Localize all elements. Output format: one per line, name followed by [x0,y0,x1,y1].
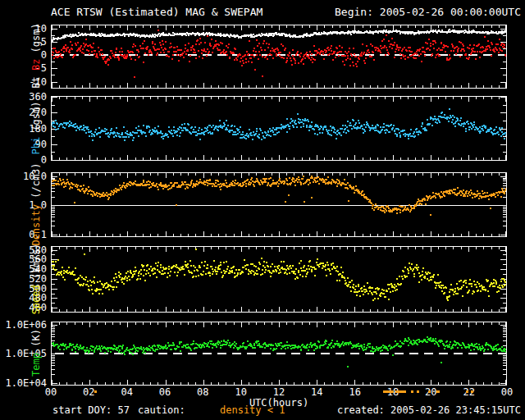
y-axis-title-part: (/cm3) [30,162,42,204]
y-axis-title-part: Speed [30,285,42,314]
plot-title: ACE RTSW (Estimated) MAG & SWEPAM [51,7,262,17]
caution-marker [417,390,419,393]
y-axis-title-speed: Speed (km/s) [30,243,42,314]
panel-canvas-speed [52,247,506,312]
y-axis-title-part: (K) [30,329,42,353]
y-axis-title-part: Bz [30,59,42,77]
caution-marker [428,390,431,393]
footer-caution-value: density < 1 [220,405,285,416]
y-axis-title-part: Bt [30,76,42,88]
xtick-hour: 12 [267,387,290,398]
caution-marker [383,390,394,393]
caution-marker [471,390,473,393]
caution-marker [94,390,97,393]
y-axis-title-part: (km/s) [30,243,42,285]
panel-density [51,172,507,237]
panel-temp [51,322,507,386]
caution-marker [436,390,439,393]
panel-canvas-temp [52,322,506,385]
y-axis-title-bt-bz: Bt Bz (gsm) [30,23,42,89]
ace-rtsw-plot: ACE RTSW (Estimated) MAG & SWEPAM Begin:… [0,0,525,420]
y-axis-title-temp: Temp (K) [30,329,42,377]
begin-timestamp: Begin: 2005-02-26 00:00:00UTC [335,7,521,17]
xtick-hour: 16 [344,387,367,398]
footer-start-doy: start DOY: 57 [52,405,130,416]
panel-canvas-bt-bz [52,25,506,88]
y-axis-title-part: (gsm) [30,23,42,58]
panel-speed [51,246,507,313]
y-axis-title-part: Temp [30,353,42,377]
xtick-hour: 00 [495,387,518,398]
ytick-phi: 360 [0,92,47,102]
footer-created-timestamp: created: 2005-02-26 23:45:15UTC [337,405,521,416]
y-axis-title-part: Density [30,204,42,246]
xtick-hour: 04 [116,387,139,398]
panel-canvas-phi [52,97,506,160]
panel-bt-bz [51,25,507,89]
xtick-hour: 22 [458,387,481,398]
y-axis-title-part: Phi [30,136,42,154]
panel-canvas-density [52,173,506,236]
y-axis-title-density: Density (/cm3) [30,162,42,245]
caution-marker [395,390,406,393]
caution-marker [411,390,413,393]
xtick-hour: 00 [39,387,62,398]
panel-phi [51,96,507,161]
xtick-hour: 06 [153,387,176,398]
xtick-hour: 02 [77,387,100,398]
y-axis-title-phi: Phi (gsm) [30,101,42,154]
xtick-hour: 08 [191,387,214,398]
xtick-hour: 14 [305,387,328,398]
y-axis-title-part: (gsm) [30,101,42,136]
caution-marker [466,390,468,393]
ytick-temp: 1.0E+04 [0,378,47,388]
footer-caution-label: caution: [138,405,185,416]
xtick-hour: 10 [230,387,253,398]
